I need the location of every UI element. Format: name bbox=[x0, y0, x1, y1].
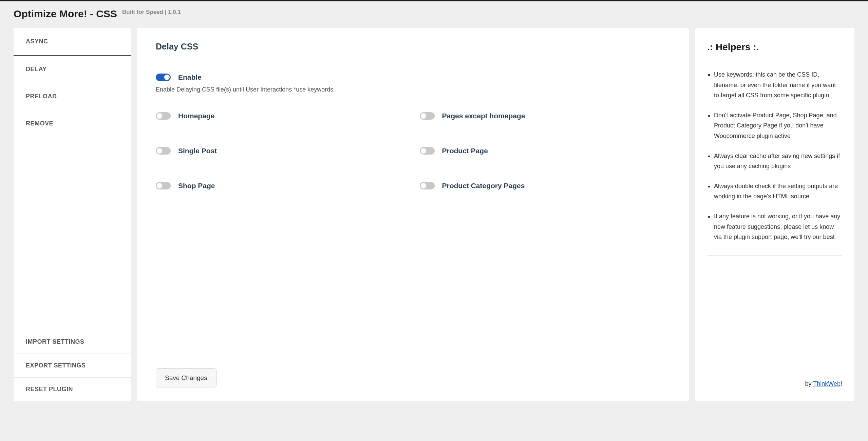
helper-item: If any feature is not working, or if you… bbox=[714, 211, 842, 242]
option-product-category-pages: Product Category Pages bbox=[420, 182, 670, 190]
enable-row: Enable bbox=[156, 73, 670, 81]
options-grid: Homepage Pages except homepage Single Po… bbox=[156, 112, 670, 210]
toggle-knob bbox=[157, 183, 162, 188]
helpers-list: Use keywords: this can be the CSS ID, fi… bbox=[707, 69, 842, 252]
sidebar-bottom: IMPORT SETTINGS EXPORT SETTINGS RESET PL… bbox=[14, 330, 131, 401]
product-page-toggle[interactable] bbox=[420, 147, 435, 155]
sidebar-item-remove[interactable]: REMOVE bbox=[14, 110, 131, 137]
option-homepage: Homepage bbox=[156, 112, 406, 120]
sidebar-item-label: IMPORT SETTINGS bbox=[26, 338, 84, 345]
helper-item: Don't activate Product Page, Shop Page, … bbox=[714, 110, 842, 141]
product-category-pages-toggle[interactable] bbox=[420, 182, 435, 189]
sidebar-item-label: EXPORT SETTINGS bbox=[26, 362, 86, 369]
sidebar-item-delay[interactable]: DELAY bbox=[14, 56, 131, 83]
helpers-footer: by ThinkWeb! bbox=[707, 380, 842, 387]
sidebar-item-label: ASYNC bbox=[26, 38, 48, 45]
toggle-knob bbox=[164, 75, 170, 80]
option-label: Shop Page bbox=[178, 182, 215, 190]
sidebar-item-import-settings[interactable]: IMPORT SETTINGS bbox=[14, 330, 131, 354]
homepage-toggle[interactable] bbox=[156, 112, 171, 120]
helpers-title: .: Helpers :. bbox=[707, 42, 842, 53]
divider bbox=[707, 255, 842, 256]
sidebar-top: ASYNC DELAY PRELOAD REMOVE bbox=[14, 28, 131, 330]
footer-by: by bbox=[805, 380, 813, 387]
sidebar-item-label: RESET PLUGIN bbox=[26, 386, 73, 393]
enable-label: Enable bbox=[178, 73, 202, 81]
helpers-panel: .: Helpers :. Use keywords: this can be … bbox=[695, 28, 854, 401]
toggle-knob bbox=[421, 113, 426, 119]
section-title: Delay CSS bbox=[156, 42, 670, 61]
option-label: Pages except homepage bbox=[442, 112, 525, 120]
sidebar-item-label: PRELOAD bbox=[26, 93, 57, 100]
option-product-page: Product Page bbox=[420, 147, 670, 155]
enable-description: Enable Delaying CSS file(s) until User I… bbox=[156, 86, 670, 93]
sidebar-item-label: DELAY bbox=[26, 66, 47, 73]
option-pages-except-homepage: Pages except homepage bbox=[420, 112, 670, 120]
footer-excl: ! bbox=[841, 380, 842, 387]
shop-page-toggle[interactable] bbox=[156, 182, 171, 189]
option-label: Single Post bbox=[178, 147, 217, 155]
enable-toggle[interactable] bbox=[156, 74, 171, 81]
page-title: Optimize More! - CSS bbox=[14, 8, 117, 20]
helper-item: Always double check if the setting outpu… bbox=[714, 181, 842, 202]
toggle-knob bbox=[421, 183, 426, 188]
option-single-post: Single Post bbox=[156, 147, 406, 155]
sidebar-item-preload[interactable]: PRELOAD bbox=[14, 83, 131, 110]
option-shop-page: Shop Page bbox=[156, 182, 406, 190]
toggle-knob bbox=[421, 148, 426, 154]
pages-except-homepage-toggle[interactable] bbox=[420, 112, 435, 120]
sidebar-item-reset-plugin[interactable]: RESET PLUGIN bbox=[14, 377, 131, 401]
page-tagline: Built for Speed | 1.0.1 bbox=[122, 9, 181, 16]
option-label: Product Page bbox=[442, 147, 488, 155]
sidebar: ASYNC DELAY PRELOAD REMOVE IMPORT SETTIN… bbox=[14, 28, 131, 401]
toggle-knob bbox=[157, 113, 162, 119]
helper-item: Always clear cache after saving new sett… bbox=[714, 151, 842, 172]
save-button[interactable]: Save Changes bbox=[156, 368, 216, 387]
footer-link[interactable]: ThinkWeb bbox=[813, 380, 841, 387]
helper-item: Use keywords: this can be the CSS ID, fi… bbox=[714, 69, 842, 101]
option-label: Homepage bbox=[178, 112, 214, 120]
sidebar-item-export-settings[interactable]: EXPORT SETTINGS bbox=[14, 354, 131, 377]
toggle-knob bbox=[157, 148, 162, 154]
single-post-toggle[interactable] bbox=[156, 147, 171, 155]
main-panel: Delay CSS Enable Enable Delaying CSS fil… bbox=[137, 28, 689, 401]
page-header: Optimize More! - CSS Built for Speed | 1… bbox=[14, 8, 854, 20]
option-label: Product Category Pages bbox=[442, 182, 525, 190]
sidebar-item-async[interactable]: ASYNC bbox=[14, 28, 131, 56]
sidebar-item-label: REMOVE bbox=[26, 120, 53, 127]
